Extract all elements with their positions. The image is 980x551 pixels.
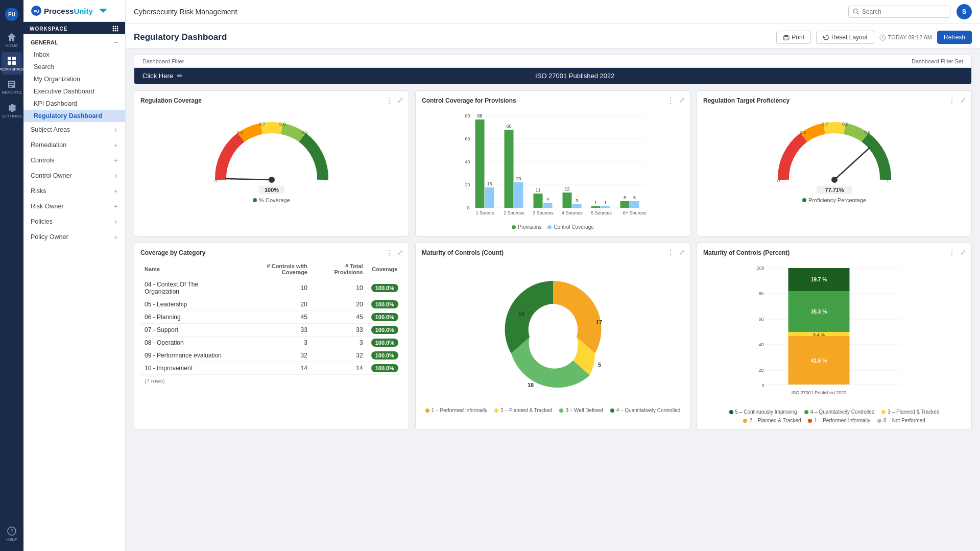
control-coverage-title: Control Coverage for Provisions xyxy=(422,97,684,104)
cell-name: 07 - Support xyxy=(140,324,237,337)
bar-chart-svg: 80 60 40 20 0 68 xyxy=(422,108,684,221)
card-expand-icon[interactable]: ⤢ xyxy=(679,248,685,256)
sidebar-item-controls[interactable]: Controls + xyxy=(23,153,125,168)
table-row: 07 - Support 33 33 100.0% xyxy=(140,324,402,337)
svg-rect-4 xyxy=(8,61,11,65)
svg-text:80: 80 xyxy=(465,113,470,118)
svg-point-11 xyxy=(113,26,114,28)
svg-rect-5 xyxy=(12,61,16,65)
svg-rect-65 xyxy=(591,206,601,208)
page-title: Regulatory Dashboard xyxy=(134,32,227,42)
legend-coverage-dot xyxy=(547,225,552,229)
svg-text:16: 16 xyxy=(487,181,492,186)
sidebar-item-reports[interactable]: REPORTS xyxy=(2,76,22,98)
logo-text: ProcessUnity xyxy=(44,7,93,15)
sidebar-item-control-owner[interactable]: Control Owner + xyxy=(23,168,125,183)
proficiency-gauge: 0 0.6 0.7 0.8 0.9 1 77.71% Prof xyxy=(703,108,965,203)
svg-text:12: 12 xyxy=(564,186,569,191)
today-badge: TODAY 09:12 AM xyxy=(879,34,932,41)
coverage-by-category-title: Coverage by Category xyxy=(140,249,402,256)
expand-icon: + xyxy=(114,141,118,149)
sidebar-item-policy-owner[interactable]: Policy Owner + xyxy=(23,229,125,245)
cell-controls: 3 xyxy=(237,337,312,349)
sidebar-item-policies[interactable]: Policies + xyxy=(23,214,125,229)
card-expand-icon[interactable]: ⤢ xyxy=(960,248,966,256)
sidebar-item-executive-dashboard[interactable]: Executive Dashboard xyxy=(23,85,125,98)
svg-point-15 xyxy=(115,28,116,30)
regulation-coverage-title: Regulation Coverage xyxy=(140,97,402,104)
cell-name: 04 - Context Of The Organization xyxy=(140,278,237,298)
svg-text:3: 3 xyxy=(576,198,578,203)
card-menu-icon[interactable]: ⋮ xyxy=(385,96,393,106)
expand-icon: + xyxy=(114,202,118,210)
cell-provisions: 45 xyxy=(312,311,367,324)
svg-line-29 xyxy=(226,179,272,180)
sidebar-item-home[interactable]: HOME xyxy=(2,29,22,51)
svg-text:18: 18 xyxy=(528,382,534,388)
sidebar-item-settings[interactable]: SETTINGS xyxy=(2,99,22,122)
card-menu-icon[interactable]: ⋮ xyxy=(385,248,393,258)
page-header: Regulatory Dashboard Print Reset Layout … xyxy=(126,23,980,49)
filter-bar-value: Click Here ✏ ISO 27001 Published 2022 xyxy=(134,68,971,84)
card-expand-icon[interactable]: ⤢ xyxy=(960,96,966,104)
sidebar-item-inbox[interactable]: Inbox xyxy=(23,49,125,61)
search-box[interactable] xyxy=(848,6,950,18)
svg-rect-50 xyxy=(485,187,494,208)
sidebar-item-my-organization[interactable]: My Organization xyxy=(23,73,125,85)
workspace-label: WORKSPACE xyxy=(30,26,67,32)
filter-value: ISO 27001 Published 2022 xyxy=(187,72,963,80)
help-icon[interactable]: ? HELP xyxy=(2,522,22,551)
svg-text:1: 1 xyxy=(604,200,607,205)
cell-name: 05 - Leadership xyxy=(140,298,237,311)
sidebar: PU ProcessUnity WORKSPACE General − Inbo… xyxy=(23,0,126,551)
svg-text:40: 40 xyxy=(759,342,764,347)
click-here-button[interactable]: Click Here ✏ xyxy=(142,72,183,80)
sidebar-item-search[interactable]: Search xyxy=(23,61,125,73)
proficiency-legend: Proficiency Percentage xyxy=(802,197,866,203)
legend-dot-2 xyxy=(494,409,498,413)
card-menu-icon[interactable]: ⋮ xyxy=(948,96,956,106)
reset-layout-button[interactable]: Reset Layout xyxy=(816,31,874,44)
sidebar-item-risk-owner[interactable]: Risk Owner + xyxy=(23,199,125,214)
svg-text:5: 5 xyxy=(633,195,636,200)
gauge-svg: 0 0.6 0.7 0.8 0.5 1 100% xyxy=(200,113,343,195)
cell-coverage: 100.0% xyxy=(367,337,402,349)
svg-text:3 Sources: 3 Sources xyxy=(533,210,554,215)
sidebar-item-kpi-dashboard[interactable]: KPI Dashboard xyxy=(23,98,125,110)
sidebar-item-regulatory-dashboard[interactable]: Regulatory Dashboard xyxy=(23,110,125,122)
icon-nav: PU HOME WORKSPACE REPORTS SETTINGS ? HEL… xyxy=(0,0,23,551)
svg-text:20: 20 xyxy=(516,176,521,181)
section-collapse-icon[interactable]: − xyxy=(114,38,118,46)
sidebar-item-remediation[interactable]: Remediation + xyxy=(23,137,125,153)
table-row: 05 - Leadership 20 20 100.0% xyxy=(140,298,402,311)
sidebar-item-risks[interactable]: Risks + xyxy=(23,183,125,199)
donut-svg: 14 17 5 18 xyxy=(476,260,630,403)
svg-point-20 xyxy=(853,9,857,13)
maturity-percent-card: Maturity of Controls (Percent) ⋮ ⤢ 100 8… xyxy=(697,243,972,430)
sidebar-item-subject-areas[interactable]: Subject Areas + xyxy=(23,122,125,137)
card-expand-icon[interactable]: ⤢ xyxy=(397,96,403,104)
cell-controls: 14 xyxy=(237,362,312,375)
table-row: 09 - Performance evaluation 32 32 100.0% xyxy=(140,349,402,362)
card-expand-icon[interactable]: ⤢ xyxy=(397,248,403,256)
svg-text:0: 0 xyxy=(762,383,764,388)
svg-text:68: 68 xyxy=(477,113,482,118)
svg-text:0: 0 xyxy=(214,178,217,183)
card-expand-icon[interactable]: ⤢ xyxy=(679,96,685,104)
refresh-button[interactable]: Refresh xyxy=(937,31,972,44)
print-button[interactable]: Print xyxy=(776,31,811,44)
reset-icon xyxy=(823,34,829,41)
search-input[interactable] xyxy=(862,8,946,15)
workspace-icon xyxy=(112,25,119,32)
svg-rect-53 xyxy=(505,130,514,208)
expand-icon: + xyxy=(114,218,118,226)
sidebar-item-workspace[interactable]: WORKSPACE xyxy=(2,52,22,75)
card-menu-icon[interactable]: ⋮ xyxy=(666,96,675,106)
app-logo-icon[interactable]: PU xyxy=(2,4,22,25)
avatar[interactable]: S xyxy=(957,4,972,19)
card-menu-icon[interactable]: ⋮ xyxy=(666,248,675,258)
svg-text:0.5: 0.5 xyxy=(301,130,308,135)
col-coverage: Coverage xyxy=(367,260,402,278)
cell-coverage: 100.0% xyxy=(367,298,402,311)
card-menu-icon[interactable]: ⋮ xyxy=(948,248,956,258)
